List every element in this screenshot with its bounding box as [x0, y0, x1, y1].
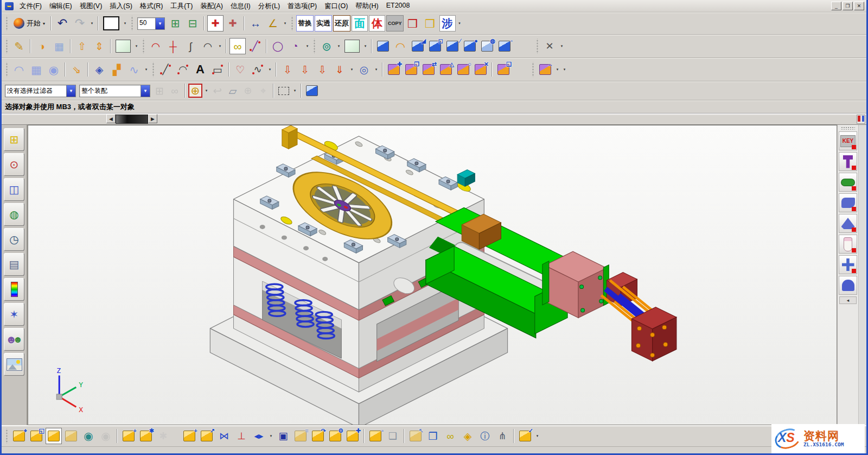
palette-part-plunger[interactable] [839, 235, 857, 254]
wave-information-icon[interactable]: ⓘ [477, 428, 493, 444]
toolbar-grip[interactable] [152, 62, 155, 77]
replace-component-icon[interactable]: ↷ [310, 428, 326, 444]
chamfer-icon[interactable]: ◢ [410, 38, 426, 54]
line-point-icon[interactable]: ╱ [247, 38, 263, 54]
replace-button[interactable]: 替换 [296, 15, 314, 31]
derived-curve-dropdown[interactable]: ▾ [349, 62, 355, 77]
trim-body-icon[interactable]: ◑ [34, 38, 50, 54]
redo-icon[interactable]: ↷ [72, 15, 88, 31]
palette-part-screw[interactable] [839, 152, 857, 171]
bend-icon[interactable]: ◠ [392, 38, 409, 54]
toolbar-grip[interactable] [536, 39, 539, 54]
menu-help[interactable]: 帮助(H) [352, 1, 382, 12]
circle-dropdown[interactable]: ▾ [304, 39, 310, 53]
move-component-icon[interactable]: ✚ [386, 61, 402, 78]
text-icon[interactable]: A [192, 61, 208, 78]
show-in-window-icon[interactable]: ❒ [425, 428, 441, 444]
eraser-icon[interactable]: ▱ [226, 84, 240, 98]
body-button[interactable]: 体 [369, 15, 385, 31]
toolbar-grip[interactable] [5, 16, 8, 31]
menu-et2008[interactable]: ET2008 [382, 1, 414, 12]
move-to-layer-icon[interactable]: ⊟ [184, 15, 201, 31]
slider-teal-block[interactable] [457, 170, 475, 187]
paste-component-icon[interactable]: ⇄ [420, 61, 437, 78]
filter-planes-icon[interactable]: ⊞ [152, 84, 167, 98]
assembly-sequence-icon[interactable]: ✓ [517, 428, 533, 444]
toolbar-grip[interactable] [291, 16, 293, 31]
cylinder-constraint-icon[interactable]: ○ [455, 61, 471, 78]
plane-swatch[interactable] [343, 38, 361, 54]
palette-part-link[interactable] [839, 173, 857, 192]
palette-grip[interactable] [841, 127, 855, 130]
minimize-button[interactable]: _ [831, 2, 841, 10]
face-button[interactable]: 面 [352, 15, 368, 31]
mate-component-icon[interactable]: ⋈ [216, 428, 232, 444]
sketch-icon[interactable]: ✎ [11, 38, 27, 54]
circle-center-icon[interactable]: ◯ [270, 38, 286, 54]
clearance-dropdown-2[interactable]: ▾ [561, 62, 567, 77]
datum-plane-swatch[interactable] [114, 38, 132, 54]
curve-trim-icon[interactable]: ┼ [165, 38, 181, 54]
boolean-dropdown[interactable]: ▾ [336, 39, 342, 53]
studio-profile-icon[interactable]: ♡ [232, 61, 248, 78]
curve-blend-icon[interactable]: ◠ [148, 38, 164, 54]
project-curve-icon[interactable]: ⇩ [279, 61, 296, 78]
palette-collapse-button[interactable]: ◂ [839, 296, 857, 304]
snap-point-icon[interactable]: ⊕ [188, 84, 202, 98]
menu-format[interactable]: 格式(R) [136, 1, 167, 12]
menu-insert[interactable]: 插入(S) [106, 1, 136, 12]
wcs-display-icon[interactable]: ✚ [207, 15, 224, 31]
arc-extend-icon[interactable]: ◠ [200, 38, 216, 54]
wcs-dynamics-icon[interactable]: ✚ [225, 15, 241, 31]
part-navigator-icon[interactable]: ◫ [4, 178, 24, 201]
make-work-part-icon[interactable]: ⚙ [327, 428, 343, 444]
filter-rings-icon[interactable]: ∞ [168, 84, 182, 98]
curve-edit-dropdown[interactable]: ▾ [217, 39, 223, 53]
unwrap-icon[interactable]: ◎ [356, 61, 372, 78]
curve-dropdown[interactable]: ▾ [267, 62, 273, 77]
linked-body-icon[interactable]: ▫ [496, 38, 513, 54]
exploded-views-icon[interactable]: ↖ [407, 428, 424, 444]
flatten-form-icon[interactable]: ⇓ [331, 61, 348, 78]
history-icon[interactable]: ◷ [4, 228, 24, 251]
image-gallery-icon[interactable] [4, 353, 24, 376]
layer-settings-icon[interactable]: ⊞ [167, 15, 183, 31]
translucent-button[interactable]: 实透 [315, 15, 332, 31]
palette-part-fitting[interactable] [839, 255, 857, 274]
save-assembly-icon[interactable]: ▣ [275, 428, 291, 444]
palette-part-clamp[interactable] [839, 193, 857, 212]
menu-information[interactable]: 信息(I) [227, 1, 254, 12]
interference-button[interactable]: 涉 [439, 15, 456, 31]
make-displayed-part-icon[interactable]: ✚ [344, 428, 361, 444]
component-report-icon[interactable]: ❏ [495, 61, 512, 78]
shaded-view-cube-icon[interactable] [304, 84, 320, 98]
wavy-sheet-icon[interactable]: ∿ [126, 61, 142, 78]
measure-projection-icon[interactable]: ✕ [541, 38, 558, 54]
palette-dialog-icon[interactable]: ▤ [4, 253, 24, 276]
assembly-scope-combo[interactable]: 整个装配▼ [79, 85, 150, 97]
assembly-constraint-icon[interactable]: ⊥ [233, 428, 250, 444]
align-components-icon[interactable]: ◀▶ [251, 428, 267, 444]
hole-icon[interactable]: ● [462, 38, 478, 54]
pan-thumb[interactable] [116, 115, 148, 124]
palette-part-plate[interactable] [839, 214, 857, 233]
measure-projection-dropdown[interactable]: ▾ [559, 39, 565, 53]
object-color-dropdown[interactable]: ▾ [122, 16, 128, 30]
toolbar-grip[interactable] [142, 39, 145, 54]
offset-surface-icon[interactable]: ⇘ [68, 61, 85, 78]
toolbar-grip[interactable] [5, 428, 8, 444]
selection-filter-combo[interactable]: 没有选择过滤器▼ [5, 85, 76, 97]
plane-dropdown[interactable]: ▾ [362, 39, 368, 53]
assemblies-dropdown[interactable]: ▾ [534, 429, 540, 443]
copy-component-icon[interactable]: ❐ [403, 61, 419, 78]
web-browser-icon[interactable]: ◍ [4, 203, 24, 226]
boss-icon[interactable]: ◍ [479, 38, 495, 54]
palette-part-mount[interactable] [839, 276, 857, 295]
start-menu-button[interactable]: 开始▾ [11, 15, 48, 32]
mesh-surface-icon[interactable]: ▦ [28, 61, 44, 78]
menu-assembly[interactable]: 装配(A) [196, 1, 227, 12]
custom-tools-dropdown[interactable]: ▾ [457, 16, 463, 30]
constraint-dropdown[interactable]: ▾ [268, 429, 274, 443]
viewport-3d[interactable]: Z Y X [28, 125, 837, 425]
interpart-modeling-icon[interactable]: ◈ [459, 428, 476, 444]
